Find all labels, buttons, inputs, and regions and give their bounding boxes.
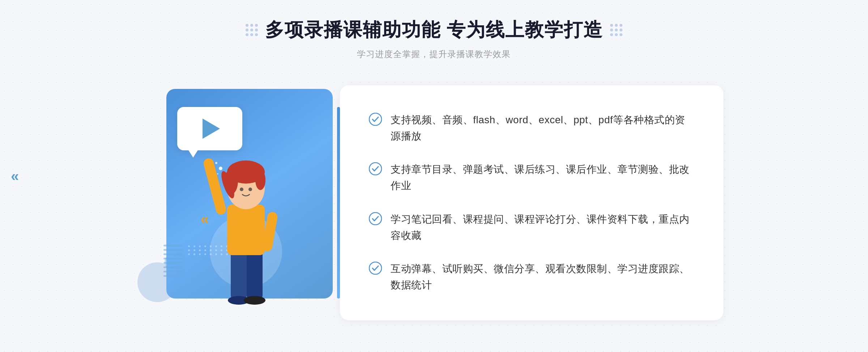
svg-point-20	[369, 213, 382, 225]
feature-text-3: 学习笔记回看、课程提问、课程评论打分、课件资料下载，重点内容收藏	[391, 211, 694, 244]
content-area: «	[145, 74, 723, 327]
header-right-decoration	[610, 24, 622, 36]
feature-item-1: 支持视频、音频、flash、word、excel、ppt、pdf等各种格式的资源…	[369, 112, 694, 145]
check-icon-1	[369, 113, 382, 126]
features-panel: 支持视频、音频、flash、word、excel、ppt、pdf等各种格式的资源…	[340, 85, 723, 320]
svg-point-21	[369, 262, 382, 274]
header-left-decoration	[246, 24, 258, 36]
svg-point-14	[248, 188, 252, 191]
check-icon-4	[369, 262, 382, 275]
svg-point-17	[217, 173, 218, 175]
accent-bar	[337, 107, 340, 299]
svg-rect-1	[247, 252, 263, 299]
character-illustration	[188, 121, 304, 324]
feature-item-2: 支持章节目录、弹题考试、课后练习、课后作业、章节测验、批改作业	[369, 162, 694, 194]
svg-point-18	[369, 113, 382, 125]
svg-point-13	[240, 188, 243, 191]
svg-point-11	[255, 170, 265, 190]
feature-item-3: 学习笔记回看、课程提问、课程评论打分、课件资料下载，重点内容收藏	[369, 211, 694, 244]
svg-point-3	[244, 296, 265, 305]
check-icon-2	[369, 162, 382, 175]
svg-point-15	[219, 167, 222, 170]
page-title: 多项录播课辅助功能 专为线上教学打造	[265, 17, 603, 43]
feature-text-4: 互动弹幕、试听购买、微信分享、观看次数限制、学习进度跟踪、数据统计	[391, 261, 694, 293]
svg-rect-4	[227, 205, 265, 255]
stripe-decoration	[163, 245, 183, 277]
svg-rect-0	[231, 252, 247, 299]
feature-text-2: 支持章节目录、弹题考试、课后练习、课后作业、章节测验、批改作业	[391, 162, 694, 194]
svg-point-16	[215, 162, 217, 164]
left-arrow-decoration: «	[11, 168, 19, 184]
check-icon-3	[369, 212, 382, 225]
page-subtitle: 学习进度全掌握，提升录播课教学效果	[246, 48, 622, 60]
svg-point-19	[369, 163, 382, 175]
illustration-panel: «	[145, 78, 347, 324]
svg-rect-5	[203, 157, 227, 216]
header-section: 多项录播课辅助功能 专为线上教学打造 学习进度全掌握，提升录播课教学效果	[246, 17, 622, 60]
feature-item-4: 互动弹幕、试听购买、微信分享、观看次数限制、学习进度跟踪、数据统计	[369, 261, 694, 293]
feature-text-1: 支持视频、音频、flash、word、excel、ppt、pdf等各种格式的资源…	[391, 112, 694, 145]
